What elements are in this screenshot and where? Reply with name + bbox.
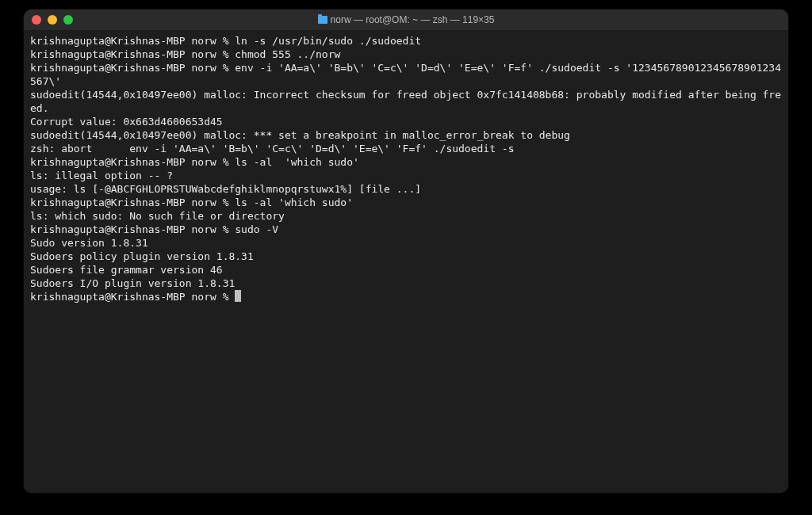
prompt: krishnagupta@Krishnas-MBP norw %	[30, 196, 235, 208]
prompt: krishnagupta@Krishnas-MBP norw %	[30, 156, 235, 168]
terminal-output: usage: ls [-@ABCFGHLOPRSTUWabcdefghiklmn…	[30, 182, 782, 196]
command-text: chmod 555 ../norw	[235, 48, 340, 60]
terminal-output: Sudoers file grammar version 46	[30, 263, 782, 277]
terminal-output: sudoedit(14544,0x10497ee00) malloc: Inco…	[30, 88, 782, 115]
terminal-output: ls: which sudo: No such file or director…	[30, 209, 782, 223]
prompt: krishnagupta@Krishnas-MBP norw %	[30, 35, 235, 47]
command-text: ls -al 'which sudo'	[235, 196, 353, 208]
terminal-line: krishnagupta@Krishnas-MBP norw % env -i …	[30, 61, 782, 88]
command-text: sudo -V	[235, 223, 278, 235]
terminal-window: norw — root@OM: ~ — zsh — 119×35 krishna…	[24, 10, 788, 493]
terminal-line: krishnagupta@Krishnas-MBP norw % ln -s /…	[30, 34, 782, 48]
minimize-icon[interactable]	[48, 15, 57, 25]
terminal-output: Sudoers I/O plugin version 1.8.31	[30, 277, 782, 290]
folder-icon	[318, 16, 327, 24]
terminal-output: Sudoers policy plugin version 1.8.31	[30, 250, 782, 263]
prompt: krishnagupta@Krishnas-MBP norw %	[30, 223, 235, 235]
terminal-line: krishnagupta@Krishnas-MBP norw % sudo -V	[30, 223, 782, 236]
terminal-output: sudoedit(14544,0x10497ee00) malloc: *** …	[30, 128, 782, 142]
terminal-line: krishnagupta@Krishnas-MBP norw % ls -al …	[30, 155, 782, 169]
terminal-output: ls: illegal option -- ?	[30, 169, 782, 182]
command-text: ls -al 'which sudo'	[235, 156, 359, 168]
terminal-line: krishnagupta@Krishnas-MBP norw % ls -al …	[30, 196, 782, 209]
terminal-output: Sudo version 1.8.31	[30, 236, 782, 250]
prompt: krishnagupta@Krishnas-MBP norw %	[30, 48, 235, 60]
window-title-text: norw — root@OM: ~ — zsh — 119×35	[331, 14, 495, 25]
terminal-line: krishnagupta@Krishnas-MBP norw % chmod 5…	[30, 48, 782, 61]
prompt: krishnagupta@Krishnas-MBP norw %	[30, 62, 235, 74]
traffic-lights	[24, 15, 73, 25]
window-title: norw — root@OM: ~ — zsh — 119×35	[24, 14, 788, 25]
terminal-output: zsh: abort env -i 'AA=a\' 'B=b\' 'C=c\' …	[30, 142, 782, 155]
prompt: krishnagupta@Krishnas-MBP norw %	[30, 291, 235, 303]
close-icon[interactable]	[32, 15, 41, 25]
zoom-icon[interactable]	[63, 15, 73, 25]
terminal-line: krishnagupta@Krishnas-MBP norw %	[30, 290, 782, 303]
terminal-body[interactable]: krishnagupta@Krishnas-MBP norw % ln -s /…	[24, 31, 788, 493]
titlebar[interactable]: norw — root@OM: ~ — zsh — 119×35	[24, 10, 788, 31]
terminal-output: Corrupt value: 0x663d4600653d45	[30, 115, 782, 128]
cursor	[235, 290, 241, 302]
command-text: ln -s /usr/bin/sudo ./sudoedit	[235, 35, 421, 47]
